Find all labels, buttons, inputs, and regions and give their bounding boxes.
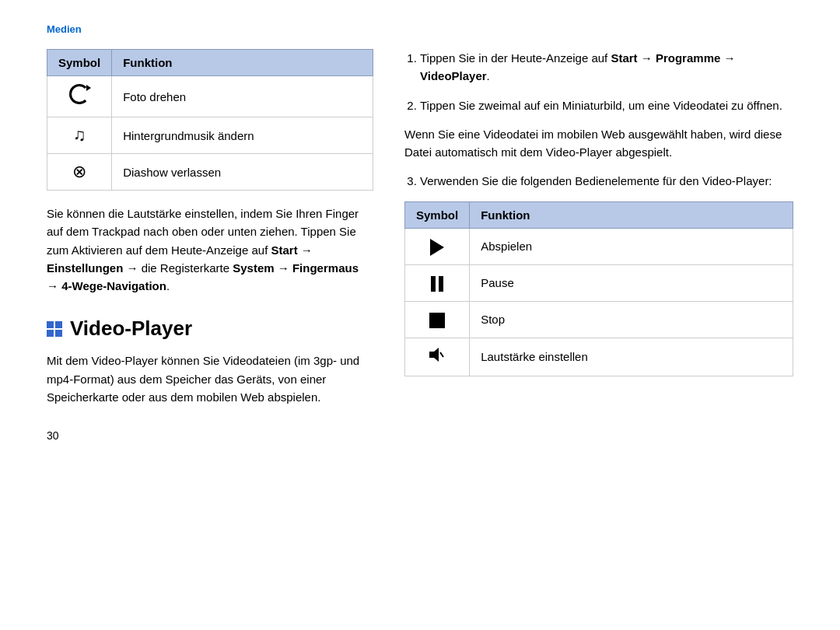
funktion-lautstaerke: Lautstärke einstellen <box>470 338 793 376</box>
symbol-music: ♫ <box>47 117 112 154</box>
page-number: 30 <box>47 429 373 442</box>
table1-header-symbol: Symbol <box>47 50 112 76</box>
symbol-rotate <box>47 76 112 117</box>
section-title-icon <box>47 321 62 337</box>
page-header: Medien <box>47 23 793 35</box>
symbol-play <box>405 228 470 264</box>
symbol-pause <box>405 264 470 301</box>
step-2: Tippen Sie zweimal auf ein Miniaturbild,… <box>420 96 793 114</box>
table2-header-symbol: Symbol <box>405 201 470 228</box>
funktion-diashow: Diashow verlassen <box>112 154 373 191</box>
symbol-volume <box>405 338 470 376</box>
funktion-abspielen: Abspielen <box>470 228 793 264</box>
steps-list-2: Verwenden Sie die folgenden Bedienelemen… <box>404 172 793 190</box>
table-row: Abspielen <box>405 228 793 264</box>
table-row: ♫ Hintergrundmusik ändern <box>47 117 373 154</box>
table-row: Stop <box>405 301 793 338</box>
left-column: Symbol Funktion Foto drehen ♫ Hintergrun… <box>47 49 373 442</box>
symbol-table-2: Symbol Funktion Abspielen Pause <box>404 201 793 376</box>
funktion-stop: Stop <box>470 301 793 338</box>
symbol-table-1: Symbol Funktion Foto drehen ♫ Hintergrun… <box>47 49 373 191</box>
funktion-pause: Pause <box>470 264 793 301</box>
funktion-foto-drehen: Foto drehen <box>112 76 373 117</box>
table-row: Foto drehen <box>47 76 373 117</box>
table-row: Lautstärke einstellen <box>405 338 793 376</box>
right-column: Tippen Sie in der Heute-Anzeige auf Star… <box>404 49 793 442</box>
right-paragraph-1: Wenn Sie eine Videodatei im mobilen Web … <box>404 125 793 162</box>
volume-icon <box>428 346 446 363</box>
left-paragraph-2: Mit dem Video-Player können Sie Videodat… <box>47 352 373 406</box>
funktion-musik: Hintergrundmusik ändern <box>112 117 373 154</box>
svg-line-1 <box>440 352 443 357</box>
section-title-text: Video-Player <box>70 317 192 341</box>
table2-header-funktion: Funktion <box>470 201 793 228</box>
symbol-cancel: ⊗ <box>47 154 112 191</box>
step-1: Tippen Sie in der Heute-Anzeige auf Star… <box>420 49 793 86</box>
step-3: Verwenden Sie die folgenden Bedienelemen… <box>420 172 793 190</box>
svg-marker-0 <box>429 348 439 362</box>
left-paragraph-1: Sie können die Lautstärke einstellen, in… <box>47 205 373 295</box>
steps-list: Tippen Sie in der Heute-Anzeige auf Star… <box>404 49 793 114</box>
symbol-stop <box>405 301 470 338</box>
table-row: ⊗ Diashow verlassen <box>47 154 373 191</box>
table1-header-funktion: Funktion <box>112 50 373 76</box>
table-row: Pause <box>405 264 793 301</box>
section-title-videoplayer: Video-Player <box>47 317 373 341</box>
